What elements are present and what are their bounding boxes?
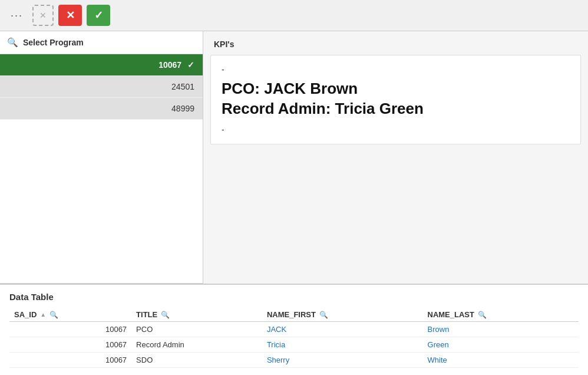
right-panel: KPI's - PCO: JACK Brown Record Admin: Tr… [203, 31, 588, 284]
table-row: 10067Record AdminTriciaGreen [9, 337, 579, 353]
bottom-section: Data Table SA_ID ▲ 🔍 TITLE 🔍 [0, 285, 588, 375]
data-table: SA_ID ▲ 🔍 TITLE 🔍 NAME_FIRST [9, 308, 579, 368]
kpi-main-text: PCO: JACK Brown Record Admin: Tricia Gre… [222, 79, 570, 119]
cell-name-last: White [423, 353, 579, 368]
search-col-icon-title[interactable]: 🔍 [161, 311, 170, 319]
kpi-line2: Record Admin: Tricia Green [222, 100, 424, 117]
confirm-button[interactable]: ✓ [87, 5, 110, 26]
data-table-title: Data Table [9, 292, 579, 302]
cell-name-last: Green [423, 337, 579, 353]
table-header-row: SA_ID ▲ 🔍 TITLE 🔍 NAME_FIRST [9, 308, 579, 322]
table-row: 10067SDOSherryWhite [9, 353, 579, 368]
program-item-24501[interactable]: 24501 [0, 76, 203, 98]
settings-icon-button[interactable]: ✕ [32, 5, 54, 26]
program-item-48999[interactable]: 48999 [0, 98, 203, 120]
cell-name-first: Sherry [262, 353, 423, 368]
name-first-label: NAME_FIRST [267, 310, 316, 319]
col-header-title: TITLE 🔍 [131, 308, 262, 322]
more-options-button[interactable]: ··· [6, 7, 28, 24]
search-col-icon-name-last[interactable]: 🔍 [478, 311, 487, 319]
cell-sa-id: 10067 [9, 353, 131, 368]
sa-id-label: SA_ID [14, 310, 37, 319]
table-row: 10067PCOJACKBrown [9, 322, 579, 337]
cancel-button[interactable]: ✕ [58, 5, 82, 26]
cell-title: Record Admin [131, 337, 262, 353]
cell-name-first: JACK [262, 322, 423, 337]
search-bar: 🔍 Select Program [0, 31, 203, 54]
program-list: 10067 ✓ 24501 48999 [0, 54, 203, 120]
confirm-icon: ✓ [94, 9, 103, 22]
search-col-icon-sa-id[interactable]: 🔍 [49, 311, 58, 319]
title-label: TITLE [136, 310, 157, 319]
cell-name-first: Tricia [262, 337, 423, 353]
cell-title: SDO [131, 353, 262, 368]
kpi-dash-bottom: - [222, 125, 570, 134]
col-header-name-first: NAME_FIRST 🔍 [262, 308, 423, 322]
cell-sa-id: 10067 [9, 322, 131, 337]
col-header-sa-id: SA_ID ▲ 🔍 [9, 308, 131, 322]
cancel-icon: ✕ [66, 9, 75, 22]
left-panel: 🔍 Select Program 10067 ✓ 24501 48999 [0, 31, 203, 284]
kpi-line1: PCO: JACK Brown [222, 80, 358, 97]
app-container: ··· ✕ ✕ ✓ 🔍 Select Program 10067 ✓ 24 [0, 0, 588, 375]
search-col-icon-name-first[interactable]: 🔍 [319, 311, 328, 319]
search-icon: 🔍 [7, 37, 18, 48]
select-program-label: Select Program [23, 38, 84, 47]
top-bar: ··· ✕ ✕ ✓ [0, 0, 588, 31]
cell-name-last: Brown [423, 322, 579, 337]
cell-title: PCO [131, 322, 262, 337]
kpi-card: - PCO: JACK Brown Record Admin: Tricia G… [210, 55, 581, 144]
kpi-dash-top: - [222, 65, 570, 74]
col-header-name-last: NAME_LAST 🔍 [423, 308, 579, 322]
name-last-label: NAME_LAST [428, 310, 474, 319]
sort-icon-sa-id: ▲ [40, 311, 46, 318]
top-section: 🔍 Select Program 10067 ✓ 24501 48999 KPI… [0, 31, 588, 285]
kpi-header: KPI's [203, 31, 588, 55]
selected-checkmark: ✓ [187, 60, 194, 70]
settings-icon: ✕ [39, 11, 47, 20]
cell-sa-id: 10067 [9, 337, 131, 353]
program-item-10067[interactable]: 10067 ✓ [0, 54, 203, 76]
